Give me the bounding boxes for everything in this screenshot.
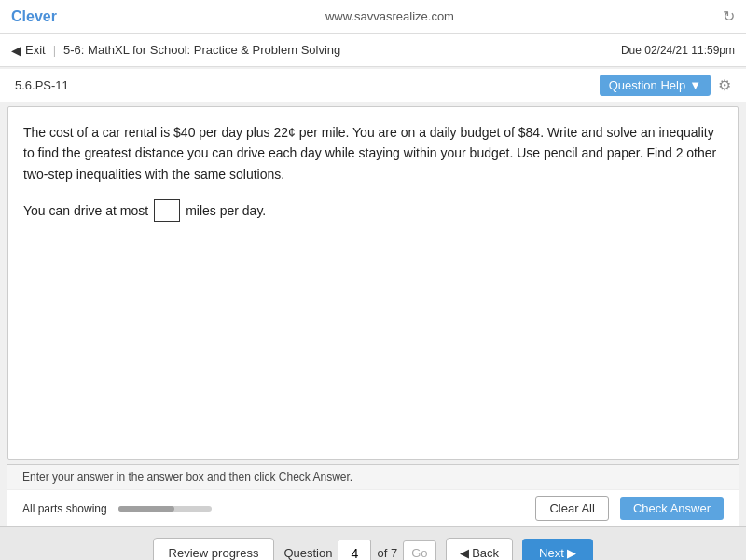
instruction-text: Enter your answer in the answer box and … bbox=[22, 471, 352, 484]
progress-track bbox=[118, 506, 212, 512]
gear-icon[interactable]: ⚙ bbox=[718, 76, 731, 94]
exit-arrow-icon: ◀ bbox=[11, 43, 21, 58]
main-content: The cost of a car rental is $40 per day … bbox=[7, 106, 739, 460]
due-date: Due 02/24/21 11:59pm bbox=[621, 44, 735, 57]
check-answer-button[interactable]: Check Answer bbox=[620, 497, 724, 520]
back-button[interactable]: ◀ Back bbox=[446, 538, 514, 560]
bottom-nav: Review progress Question of 7 Go ◀ Back … bbox=[0, 526, 746, 560]
answer-input-box[interactable] bbox=[154, 199, 180, 222]
next-button[interactable]: Next ▶ bbox=[522, 539, 593, 560]
question-label: Question bbox=[283, 546, 332, 560]
problem-text: The cost of a car rental is $40 per day … bbox=[23, 122, 723, 184]
question-header: 5.6.PS-11 Question Help ▼ ⚙ bbox=[0, 69, 746, 102]
all-parts-label: All parts showing bbox=[22, 502, 107, 515]
question-help-label: Question Help bbox=[609, 78, 685, 92]
question-number-input[interactable] bbox=[338, 540, 371, 561]
clear-all-button[interactable]: Clear All bbox=[535, 496, 608, 521]
question-help-button[interactable]: Question Help ▼ bbox=[600, 75, 711, 96]
review-progress-button[interactable]: Review progress bbox=[153, 538, 275, 560]
progress-bar-area: All parts showing Clear All Check Answer bbox=[7, 489, 739, 526]
instruction-bar: Enter your answer in the answer box and … bbox=[7, 464, 739, 489]
exit-button[interactable]: ◀ Exit bbox=[11, 43, 46, 58]
exit-label: Exit bbox=[25, 43, 46, 57]
answer-suffix: miles per day. bbox=[186, 203, 266, 218]
go-button[interactable]: Go bbox=[403, 540, 435, 560]
refresh-icon[interactable]: ↻ bbox=[723, 7, 735, 25]
clever-logo: Clever bbox=[11, 8, 57, 25]
top-bar: Clever www.savvasrealize.com ↻ bbox=[0, 0, 746, 34]
of-label: of 7 bbox=[377, 546, 397, 560]
answer-line: You can drive at most miles per day. bbox=[23, 199, 723, 222]
question-header-right: Question Help ▼ ⚙ bbox=[600, 75, 731, 96]
assignment-title: 5-6: MathXL for School: Practice & Probl… bbox=[63, 43, 340, 57]
answer-prefix: You can drive at most bbox=[23, 203, 148, 218]
nav-left: ◀ Exit | 5-6: MathXL for School: Practic… bbox=[11, 43, 340, 58]
progress-fill bbox=[118, 506, 174, 512]
question-id: 5.6.PS-11 bbox=[15, 78, 69, 92]
nav-separator: | bbox=[53, 43, 56, 57]
question-nav: Question of 7 Go bbox=[283, 540, 435, 561]
help-dropdown-icon: ▼ bbox=[689, 78, 701, 92]
nav-bar: ◀ Exit | 5-6: MathXL for School: Practic… bbox=[0, 34, 746, 67]
site-url: www.savvasrealize.com bbox=[325, 9, 454, 23]
